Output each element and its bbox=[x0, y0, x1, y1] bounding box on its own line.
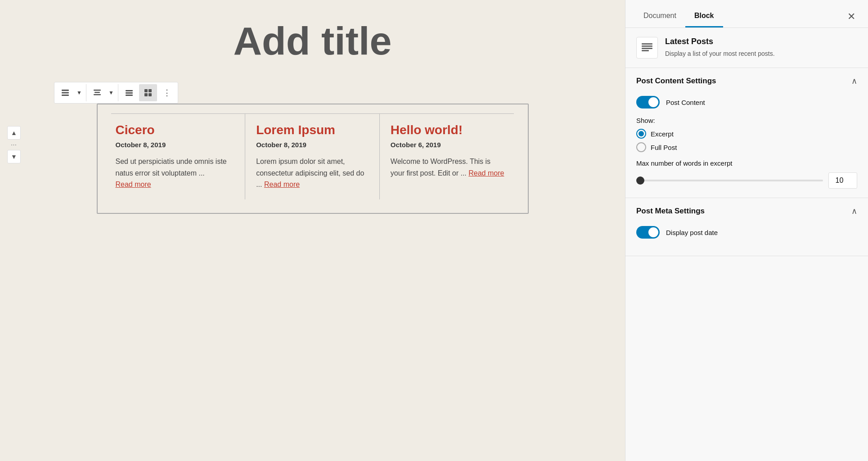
svg-rect-11 bbox=[144, 93, 148, 96]
svg-rect-1 bbox=[62, 92, 69, 94]
post-item: Hello world! October 6, 2019 Welcome to … bbox=[380, 113, 514, 199]
post-date: October 6, 2019 bbox=[391, 141, 505, 149]
slider-container[interactable] bbox=[636, 175, 823, 186]
full-post-radio[interactable] bbox=[636, 142, 646, 152]
svg-rect-6 bbox=[126, 90, 133, 91]
block-description: Display a list of your most recent posts… bbox=[665, 49, 775, 59]
toolbar-dropdown-button[interactable]: ▼ bbox=[74, 84, 84, 101]
posts-grid: Cicero October 8, 2019 Sed ut perspiciat… bbox=[111, 113, 514, 199]
post-excerpt: Welcome to WordPress. This is your first… bbox=[391, 156, 505, 179]
post-date: October 8, 2019 bbox=[116, 141, 234, 149]
post-content-toggle-row: Post Content bbox=[636, 96, 857, 108]
svg-rect-9 bbox=[144, 89, 148, 92]
post-excerpt: Lorem ipsum dolor sit amet, consectetur … bbox=[256, 156, 369, 190]
block-toolbar: ▼ ▼ bbox=[54, 82, 178, 104]
svg-rect-13 bbox=[642, 43, 652, 45]
sidebar-header: Document Block ✕ bbox=[625, 0, 868, 28]
svg-rect-16 bbox=[642, 50, 649, 51]
slider-thumb[interactable] bbox=[636, 176, 644, 185]
tab-block[interactable]: Block bbox=[685, 5, 723, 27]
toolbar-align-dropdown-button[interactable]: ▼ bbox=[106, 84, 116, 101]
display-date-label: Display post date bbox=[666, 229, 718, 236]
post-meta-settings-header[interactable]: Post Meta Settings ∧ bbox=[625, 198, 868, 224]
post-meta-settings-section: Post Meta Settings ∧ Display post date bbox=[625, 198, 868, 256]
block-info: Latest Posts Display a list of your most… bbox=[625, 28, 868, 68]
post-content-settings-body: Post Content Show: Excerpt Full Post Max… bbox=[625, 94, 868, 198]
excerpt-label: Excerpt bbox=[651, 130, 674, 138]
svg-rect-0 bbox=[62, 90, 69, 91]
read-more-link[interactable]: Read more bbox=[264, 181, 300, 188]
editor-title[interactable]: Add title bbox=[27, 18, 598, 64]
toggle-track[interactable] bbox=[636, 96, 660, 108]
move-up-button[interactable]: ▲ bbox=[7, 126, 21, 140]
excerpt-radio[interactable] bbox=[636, 129, 646, 139]
post-content-label: Post Content bbox=[666, 99, 705, 106]
display-date-toggle[interactable] bbox=[636, 226, 660, 239]
post-content-toggle[interactable] bbox=[636, 96, 660, 108]
post-title[interactable]: Cicero bbox=[116, 123, 234, 137]
post-content-settings-section: Post Content Settings ∧ Post Content Sho… bbox=[625, 68, 868, 198]
post-date: October 8, 2019 bbox=[256, 141, 369, 149]
svg-rect-7 bbox=[126, 92, 133, 94]
svg-rect-14 bbox=[642, 45, 652, 47]
sidebar-tabs: Document Block bbox=[634, 5, 723, 27]
sidebar: Document Block ✕ Latest Posts Display a … bbox=[625, 0, 868, 461]
toolbar-align-button[interactable] bbox=[88, 84, 106, 101]
full-post-label: Full Post bbox=[651, 144, 677, 151]
posts-block: Cicero October 8, 2019 Sed ut perspiciat… bbox=[97, 104, 529, 214]
svg-rect-15 bbox=[642, 48, 652, 49]
post-meta-settings-body: Display post date bbox=[625, 224, 868, 256]
toolbar-list-view-button[interactable] bbox=[56, 84, 74, 101]
excerpt-radio-row[interactable]: Excerpt bbox=[636, 129, 857, 139]
full-post-radio-row[interactable]: Full Post bbox=[636, 142, 857, 152]
chevron-up-icon-meta: ∧ bbox=[851, 206, 857, 216]
block-name: Latest Posts bbox=[665, 37, 775, 46]
post-title[interactable]: Lorem Ipsum bbox=[256, 123, 369, 137]
post-meta-settings-title: Post Meta Settings bbox=[636, 207, 705, 216]
block-move-controls: ▲ ⋯ ▼ bbox=[7, 126, 21, 163]
tab-document[interactable]: Document bbox=[634, 5, 685, 27]
toggle-thumb bbox=[648, 97, 658, 107]
close-button[interactable]: ✕ bbox=[844, 9, 859, 24]
read-more-link[interactable]: Read more bbox=[468, 169, 504, 177]
display-date-toggle-row: Display post date bbox=[636, 226, 857, 239]
post-item: Cicero October 8, 2019 Sed ut perspiciat… bbox=[111, 113, 246, 199]
editor-area: ▲ ⋯ ▼ Add title ▼ ▼ bbox=[0, 0, 625, 461]
svg-rect-10 bbox=[148, 89, 152, 92]
max-words-label: Max number of words in excerpt bbox=[636, 159, 857, 167]
drag-handle[interactable]: ⋯ bbox=[11, 141, 17, 148]
toolbar-list-icon-button[interactable] bbox=[120, 84, 138, 101]
move-down-button[interactable]: ▼ bbox=[7, 150, 21, 163]
svg-rect-3 bbox=[94, 90, 101, 91]
max-words-slider-section: Max number of words in excerpt bbox=[636, 159, 857, 189]
post-content-settings-title: Post Content Settings bbox=[636, 77, 716, 86]
toolbar-group-2: ▼ bbox=[88, 84, 118, 101]
post-title[interactable]: Hello world! bbox=[391, 123, 505, 137]
post-content-settings-header[interactable]: Post Content Settings ∧ bbox=[625, 68, 868, 94]
svg-rect-8 bbox=[126, 95, 133, 96]
post-excerpt: Sed ut perspiciatis unde omnis iste natu… bbox=[116, 156, 234, 190]
svg-rect-2 bbox=[62, 95, 69, 96]
toolbar-grid-icon-button[interactable] bbox=[139, 84, 157, 101]
read-more-link[interactable]: Read more bbox=[116, 181, 151, 188]
svg-rect-5 bbox=[94, 94, 101, 95]
toggle-track-date[interactable] bbox=[636, 226, 660, 239]
slider-track bbox=[636, 180, 823, 181]
block-info-text: Latest Posts Display a list of your most… bbox=[665, 37, 775, 59]
toolbar-more-button[interactable]: ⋮ bbox=[158, 84, 176, 101]
post-item: Lorem Ipsum October 8, 2019 Lorem ipsum … bbox=[245, 113, 380, 199]
show-label: Show: bbox=[636, 117, 857, 124]
chevron-up-icon: ∧ bbox=[851, 76, 857, 86]
slider-value-input[interactable] bbox=[828, 172, 857, 189]
slider-row bbox=[636, 172, 857, 189]
latest-posts-icon bbox=[636, 37, 658, 59]
svg-rect-4 bbox=[94, 92, 100, 93]
toolbar-group-1: ▼ bbox=[56, 84, 86, 101]
toggle-thumb-date bbox=[648, 227, 658, 237]
svg-rect-12 bbox=[148, 93, 152, 96]
